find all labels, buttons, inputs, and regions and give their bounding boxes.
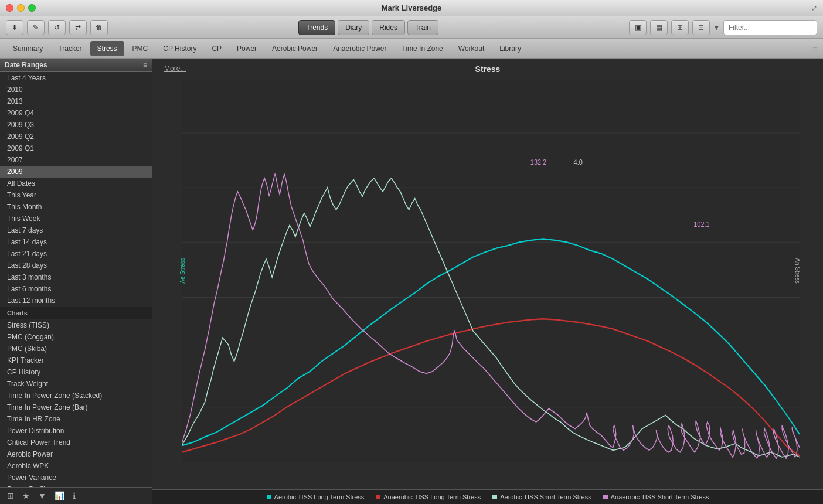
sidebar-item-2009q4[interactable]: 2009 Q4: [0, 107, 152, 119]
legend-label-anaerobic-short: Anaerobic TISS Short Term Stress: [611, 493, 709, 500]
sidebar-grid-icon[interactable]: ⊞: [5, 490, 16, 502]
y-axis-right-label: An Stress: [794, 258, 801, 283]
tab-workout[interactable]: Workout: [451, 41, 491, 56]
sidebar-section-charts: Charts: [0, 307, 152, 319]
sidebar-item-kpi-tracker[interactable]: KPI Tracker: [0, 355, 152, 366]
sidebar-item-time-in-hr-zone[interactable]: Time In HR Zone: [0, 413, 152, 425]
legend-color-aerobic-long: [267, 495, 271, 499]
sidebar-item-aerobic-power[interactable]: Aerobic Power: [0, 448, 152, 460]
sidebar-item-cp-history[interactable]: CP History: [0, 366, 152, 378]
nav-train[interactable]: Train: [407, 20, 438, 35]
sidebar-item-2009[interactable]: 2009: [0, 166, 152, 178]
download-button[interactable]: ⬇: [6, 20, 23, 35]
sidebar-item-2009q1[interactable]: 2009 Q1: [0, 142, 152, 154]
more-link[interactable]: More...: [164, 64, 186, 73]
legend-label-aerobic-short: Aerobic TISS Short Term Stress: [500, 493, 591, 500]
tab-anaerobic-power[interactable]: Anaerobic Power: [326, 41, 393, 56]
sidebar-item-pmc-coggan[interactable]: PMC (Coggan): [0, 331, 152, 343]
sidebar-item-time-in-power-bar[interactable]: Time In Power Zone (Bar): [0, 401, 152, 413]
tab-cp-history[interactable]: CP History: [156, 41, 203, 56]
nav-diary[interactable]: Diary: [338, 20, 369, 35]
sidebar-list: Last 4 Years 2010 2013 2009 Q4 2009 Q3 2…: [0, 72, 152, 487]
tab-menu-icon[interactable]: ≡: [812, 44, 817, 53]
legend-color-anaerobic-short: [603, 495, 608, 499]
layout1-button[interactable]: ⊞: [671, 20, 689, 35]
sidebar-item-last14days[interactable]: Last 14 days: [0, 236, 152, 248]
sidebar-header-title: Date Ranges: [5, 61, 47, 69]
tab-tracker[interactable]: Tracker: [51, 41, 89, 56]
sidebar-item-last21days[interactable]: Last 21 days: [0, 248, 152, 260]
edit-button[interactable]: ✎: [27, 20, 45, 35]
expand-icon[interactable]: ⤢: [811, 4, 817, 12]
sidebar-item-thisweek[interactable]: This Week: [0, 213, 152, 224]
sidebar-item-last12months[interactable]: Last 12 months: [0, 295, 152, 307]
sidebar-item-last28days[interactable]: Last 28 days: [0, 260, 152, 271]
toolbar: ⬇ ✎ ↺ ⇄ 🗑 Trends Diary Rides Train ▣ ▤ ⊞…: [0, 16, 823, 39]
sidebar-item-pmc-skiba[interactable]: PMC (Skiba): [0, 343, 152, 355]
filter-input[interactable]: [723, 20, 817, 35]
sidebar-item-stress-tiss[interactable]: Stress (TISS): [0, 319, 152, 331]
sidebar-item-power-variance[interactable]: Power Variance: [0, 472, 152, 483]
chart-container: More... Stress Ae Stress An Stress: [152, 59, 823, 489]
content-area: More... Stress Ae Stress An Stress: [152, 59, 823, 504]
close-button[interactable]: [6, 4, 13, 12]
tab-aerobic-power[interactable]: Aerobic Power: [265, 41, 325, 56]
sidebar-header: Date Ranges ≡: [0, 59, 152, 72]
sidebar-item-2007[interactable]: 2007: [0, 154, 152, 166]
tab-stress[interactable]: Stress: [90, 41, 124, 56]
view1-button[interactable]: ▣: [629, 20, 647, 35]
sidebar-item-alldates[interactable]: All Dates: [0, 178, 152, 189]
filter-icon: ▼: [713, 24, 720, 31]
sidebar-item-last4years[interactable]: Last 4 Years: [0, 72, 152, 84]
minimize-button[interactable]: [17, 4, 25, 12]
sidebar-item-2010[interactable]: 2010: [0, 84, 152, 96]
sidebar-item-aerobic-wpk[interactable]: Aerobic WPK: [0, 460, 152, 472]
layout2-button[interactable]: ⊟: [692, 20, 710, 35]
sidebar-item-last6months[interactable]: Last 6 months: [0, 283, 152, 295]
sidebar-item-thisyear[interactable]: This Year: [0, 189, 152, 201]
legend-aerobic-short: Aerobic TISS Short Term Stress: [492, 493, 591, 500]
sidebar-item-2009q3[interactable]: 2009 Q3: [0, 119, 152, 131]
chart-title: Stress: [164, 64, 811, 74]
nav-trends[interactable]: Trends: [298, 20, 335, 35]
tab-summary[interactable]: Summary: [6, 41, 50, 56]
sidebar-item-critical-power-trend[interactable]: Critical Power Trend: [0, 437, 152, 448]
sidebar-chart-icon[interactable]: 📊: [52, 490, 67, 502]
tab-cp[interactable]: CP: [205, 41, 229, 56]
sidebar-menu-icon[interactable]: ≡: [143, 61, 147, 69]
tab-power[interactable]: Power: [230, 41, 264, 56]
swap-button[interactable]: ⇄: [69, 20, 87, 35]
sidebar-footer: ⊞ ★ ▼ 📊 ℹ: [0, 487, 152, 504]
window-title: Mark Liversedge: [382, 4, 442, 12]
sidebar-filter-icon[interactable]: ▼: [36, 490, 49, 502]
chart-svg-container: Ae Stress An Stress: [164, 79, 811, 462]
legend-anaerobic-short: Anaerobic TISS Short Term Stress: [603, 493, 709, 500]
maximize-button[interactable]: [28, 4, 36, 12]
toolbar-right: ▣ ▤ ⊞ ⊟ ▼: [629, 20, 817, 35]
sidebar-item-power-distribution[interactable]: Power Distribution: [0, 425, 152, 437]
refresh-button[interactable]: ↺: [48, 20, 66, 35]
sidebar: Date Ranges ≡ Last 4 Years 2010 2013 200…: [0, 59, 152, 504]
sidebar-item-last3months[interactable]: Last 3 months: [0, 271, 152, 283]
delete-button[interactable]: 🗑: [90, 20, 108, 35]
sidebar-item-track-weight[interactable]: Track Weight: [0, 378, 152, 390]
sidebar-item-last7days[interactable]: Last 7 days: [0, 224, 152, 236]
title-bar: Mark Liversedge ⤢: [0, 0, 823, 16]
tab-library[interactable]: Library: [492, 41, 528, 56]
view2-button[interactable]: ▤: [650, 20, 668, 35]
tab-pmc[interactable]: PMC: [125, 41, 155, 56]
chart-svg: 0 20 40 60 80 100 120 140 0 1 2 3 4 Sep …: [182, 79, 800, 462]
sidebar-bookmark-icon[interactable]: ★: [20, 490, 32, 502]
legend-color-anaerobic-long: [376, 495, 380, 499]
legend-label-aerobic-long: Aerobic TISS Long Term Stress: [274, 493, 365, 500]
sidebar-item-time-in-power-stacked[interactable]: Time In Power Zone (Stacked): [0, 390, 152, 401]
tab-time-in-zone[interactable]: Time In Zone: [395, 41, 450, 56]
sidebar-item-2013[interactable]: 2013: [0, 96, 152, 107]
nav-rides[interactable]: Rides: [372, 20, 405, 35]
sidebar-item-2009q2[interactable]: 2009 Q2: [0, 131, 152, 142]
sidebar-item-thismonth[interactable]: This Month: [0, 201, 152, 213]
tab-bar: Summary Tracker Stress PMC CP History CP…: [0, 39, 823, 59]
sidebar-info-icon[interactable]: ℹ: [70, 490, 78, 502]
legend-anaerobic-long: Anaerobic TISS Long Term Stress: [376, 493, 481, 500]
chart-legend: Aerobic TISS Long Term Stress Anaerobic …: [152, 489, 823, 504]
